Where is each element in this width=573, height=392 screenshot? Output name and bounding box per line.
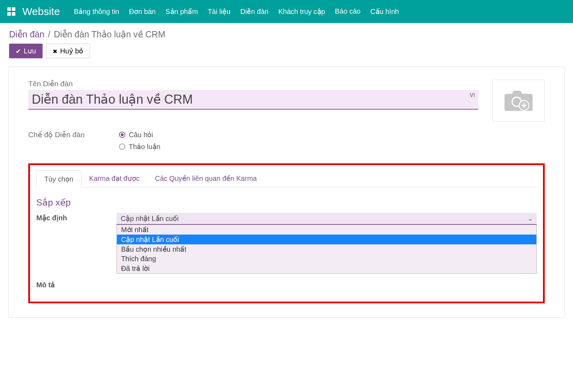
radio-icon [119, 143, 125, 150]
dropdown-item[interactable]: Cập nhật Lần cuối [117, 235, 536, 244]
nav-items: Bảng thông tin Đơn bán Sản phẩm Tài liệu… [74, 7, 570, 16]
save-button[interactable]: Lưu [9, 44, 43, 58]
camera-plus-icon [503, 88, 534, 113]
forum-mode-label: Chế độ Diễn đàn [28, 131, 98, 139]
tab-options[interactable]: Tùy chọn [36, 170, 81, 187]
discard-button-label: Huỷ bỏ [60, 47, 83, 55]
nav-item-config[interactable]: Cấu hình [370, 7, 399, 16]
section-title-sort: Sắp xếp [36, 197, 537, 208]
breadcrumb-root[interactable]: Diễn đàn [9, 29, 44, 39]
forum-name-input[interactable] [32, 92, 475, 107]
dropdown-item[interactable]: Bầu chọn nhiều nhất [117, 244, 536, 254]
description-label: Mô tả [36, 280, 106, 289]
close-icon [53, 47, 57, 55]
radio-icon [119, 132, 125, 138]
tab-karma-gains[interactable]: Karma đạt được [81, 170, 147, 187]
dropdown-item[interactable]: Thích đáng [117, 254, 536, 264]
top-navbar: Website Bảng thông tin Đơn bán Sản phẩm … [0, 0, 573, 23]
breadcrumb-current: Diễn đàn Thảo luận về CRM [54, 29, 165, 39]
breadcrumb: Diễn đàn / Diễn đàn Thảo luận về CRM [0, 23, 573, 44]
chevron-down-icon: ⌄ [528, 215, 533, 222]
action-bar: Lưu Huỷ bỏ [0, 44, 573, 65]
forum-name-input-wrap: VI [28, 90, 478, 110]
nav-item-products[interactable]: Sản phẩm [165, 7, 198, 16]
default-sort-select[interactable]: Cập nhật Lần cuối ⌄ [117, 213, 537, 225]
highlight-annotation: Tùy chọn Karma đạt được Các Quyền liên q… [28, 163, 545, 303]
nav-item-reports[interactable]: Báo cáo [335, 7, 360, 16]
mode-radio-label: Câu hỏi [129, 131, 153, 139]
tab-karma-rights[interactable]: Các Quyền liên quan đến Karma [147, 170, 265, 187]
tab-bar: Tùy chọn Karma đạt được Các Quyền liên q… [36, 170, 539, 187]
brand-title[interactable]: Website [22, 6, 60, 17]
lang-badge[interactable]: VI [470, 92, 475, 98]
mode-radio-label: Thảo luận [129, 142, 161, 151]
default-sort-dropdown: Mới nhất Cập nhật Lần cuối Bầu chọn nhiề… [117, 225, 537, 274]
default-sort-label: Mặc định [36, 213, 106, 222]
default-sort-value: Cập nhật Lần cuối [121, 214, 179, 223]
dropdown-item[interactable]: Đã trả lời [117, 264, 536, 273]
check-icon [16, 47, 21, 55]
nav-item-docs[interactable]: Tài liệu [208, 7, 230, 16]
nav-item-visitors[interactable]: Khách truy cập [278, 7, 325, 16]
breadcrumb-sep: / [48, 29, 50, 39]
image-upload-box[interactable] [492, 80, 545, 121]
nav-item-dashboard[interactable]: Bảng thông tin [74, 7, 119, 16]
forum-name-label: Tên Diễn đàn [28, 80, 478, 88]
dropdown-item[interactable]: Mới nhất [117, 225, 536, 235]
nav-item-forum[interactable]: Diễn đàn [240, 7, 269, 16]
mode-radio-question[interactable]: Câu hỏi [119, 131, 161, 139]
form-sheet: Tên Diễn đàn VI Chế độ Diễn đàn Câu hỏi [8, 67, 565, 318]
mode-radio-discussion[interactable]: Thảo luận [119, 142, 161, 151]
apps-icon[interactable] [6, 6, 17, 17]
save-button-label: Lưu [24, 47, 36, 55]
discard-button[interactable]: Huỷ bỏ [46, 44, 90, 58]
nav-item-orders[interactable]: Đơn bán [129, 7, 156, 16]
